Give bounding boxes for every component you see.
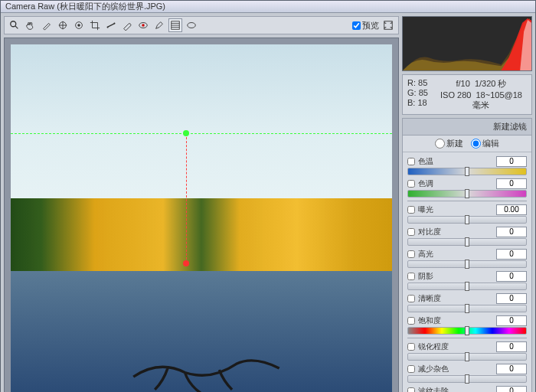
slider-value-field[interactable]: 0 [496, 271, 527, 282]
image-preview-area[interactable] [4, 38, 399, 392]
slider-value-field[interactable]: 0 [496, 315, 527, 326]
slider-enable-checkbox[interactable] [407, 158, 415, 165]
slider-track[interactable] [407, 305, 527, 312]
histogram[interactable] [402, 16, 532, 71]
slider-label: 曝光 [418, 204, 493, 215]
slider-thumb[interactable] [465, 215, 469, 224]
slider-label: 色温 [418, 156, 493, 167]
adjustment-panel: 新建滤镜 新建 编辑 色温0色调0曝光0.00对比度0高光0阴影0清晰度0饱和度… [402, 118, 532, 392]
targeted-adjustment-tool-icon[interactable] [72, 18, 86, 32]
svg-point-16 [188, 23, 196, 28]
color-sampler-tool-icon[interactable] [56, 18, 70, 32]
slider-thumb[interactable] [465, 282, 469, 291]
slider-track[interactable] [407, 283, 527, 290]
slider-value-field[interactable]: 0 [496, 364, 527, 374]
svg-point-8 [107, 27, 109, 28]
zoom-tool-icon[interactable] [8, 18, 21, 32]
slider-thumb[interactable] [465, 189, 469, 198]
radial-filter-tool-icon[interactable] [185, 18, 198, 32]
white-balance-tool-icon[interactable] [40, 18, 54, 32]
left-pane: 预览 − + 80.1% [4, 16, 399, 392]
slider-thumb[interactable] [465, 260, 469, 269]
mode-new-radio[interactable]: 新建 [435, 138, 463, 149]
slider-enable-checkbox[interactable] [407, 273, 415, 280]
slider-enable-checkbox[interactable] [407, 365, 415, 373]
slider-enable-checkbox[interactable] [407, 317, 415, 325]
preview-label: 预览 [362, 20, 379, 31]
panel-title: 新建滤镜 [403, 119, 531, 136]
info-readout: R: 85 G: 85 B: 18 f/10 1/320 秒 ISO 280 1… [402, 74, 532, 115]
slider-enable-checkbox[interactable] [407, 250, 415, 258]
svg-rect-17 [384, 21, 393, 30]
slider-thumb[interactable] [465, 326, 469, 335]
gradient-guide-center[interactable] [186, 133, 187, 263]
straighten-tool-icon[interactable] [104, 18, 118, 32]
camera-raw-window: Camera Raw (秋日暖阳下的缤纷世界.JPG) 预览 [0, 0, 536, 392]
slider-label: 高光 [418, 249, 493, 260]
slider-track[interactable] [407, 353, 527, 361]
slider-阴影: 阴影0 [407, 270, 527, 292]
slider-value-field[interactable]: 0 [496, 386, 527, 392]
spot-removal-tool-icon[interactable] [120, 18, 134, 32]
image-canvas [11, 44, 392, 392]
hand-tool-icon[interactable] [24, 18, 38, 32]
slider-对比度: 对比度0 [407, 225, 527, 247]
sliders-container: 色温0色调0曝光0.00对比度0高光0阴影0清晰度0饱和度0锐化程度0减少杂色0… [403, 152, 531, 392]
svg-point-11 [142, 24, 145, 27]
slider-track[interactable] [407, 327, 527, 335]
adjustment-brush-tool-icon[interactable] [152, 18, 166, 32]
crop-tool-icon[interactable] [88, 18, 102, 32]
slider-enable-checkbox[interactable] [407, 180, 415, 188]
slider-value-field[interactable]: 0 [496, 293, 527, 304]
slider-thumb[interactable] [465, 374, 469, 384]
redeye-tool-icon[interactable] [136, 18, 150, 32]
slider-锐化程度: 锐化程度0 [407, 340, 527, 362]
slider-label: 饱和度 [418, 315, 493, 326]
gradient-guide-top[interactable] [11, 133, 392, 134]
right-pane: R: 85 G: 85 B: 18 f/10 1/320 秒 ISO 280 1… [402, 16, 532, 392]
slider-thumb[interactable] [465, 237, 469, 247]
svg-point-0 [11, 21, 16, 27]
slider-value-field[interactable]: 0.00 [496, 204, 527, 215]
main-body: 预览 − + 80.1% [1, 13, 535, 392]
svg-line-1 [15, 26, 18, 29]
slider-value-field[interactable]: 0 [496, 341, 527, 352]
slider-减少杂色: 减少杂色0 [407, 362, 527, 384]
slider-thumb[interactable] [465, 352, 469, 361]
slider-value-field[interactable]: 0 [496, 227, 527, 237]
titlebar: Camera Raw (秋日暖阳下的缤纷世界.JPG) [1, 1, 535, 13]
slider-track[interactable] [407, 216, 527, 224]
fullscreen-icon[interactable] [381, 18, 395, 32]
slider-track[interactable] [407, 260, 527, 268]
slider-track[interactable] [407, 238, 527, 246]
slider-enable-checkbox[interactable] [407, 387, 415, 392]
slider-track[interactable] [407, 190, 527, 198]
slider-enable-checkbox[interactable] [407, 295, 415, 302]
slider-label: 减少杂色 [418, 364, 493, 374]
mode-edit-radio[interactable]: 编辑 [471, 138, 499, 149]
slider-track[interactable] [407, 375, 527, 383]
slider-value-field[interactable]: 0 [496, 249, 527, 260]
slider-enable-checkbox[interactable] [407, 228, 415, 236]
slider-高光: 高光0 [407, 247, 527, 270]
panel-mode-row: 新建 编辑 [403, 136, 531, 152]
graduated-filter-tool-icon[interactable] [168, 18, 182, 32]
slider-清晰度: 清晰度0 [407, 292, 527, 314]
slider-value-field[interactable]: 0 [496, 178, 527, 189]
slider-label: 波纹去除 [418, 386, 493, 392]
slider-track[interactable] [407, 168, 527, 175]
slider-enable-checkbox[interactable] [407, 343, 415, 351]
slider-label: 对比度 [418, 227, 493, 237]
svg-point-5 [77, 24, 80, 27]
preview-checkbox[interactable]: 预览 [352, 20, 379, 31]
gradient-handle-red[interactable] [183, 260, 189, 266]
slider-thumb[interactable] [465, 167, 469, 176]
slider-色调: 色调0 [407, 177, 527, 199]
gradient-handle-green[interactable] [183, 130, 189, 136]
slider-value-field[interactable]: 0 [496, 156, 527, 167]
slider-thumb[interactable] [465, 304, 469, 313]
slider-label: 清晰度 [418, 293, 493, 304]
window-title: Camera Raw (秋日暖阳下的缤纷世界.JPG) [5, 1, 165, 12]
slider-enable-checkbox[interactable] [407, 206, 415, 214]
slider-曝光: 曝光0.00 [407, 203, 527, 225]
